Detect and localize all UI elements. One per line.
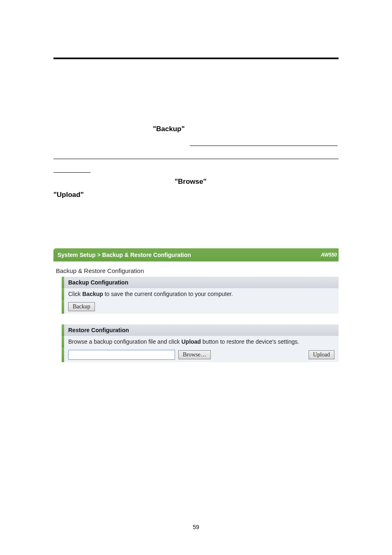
browse-button[interactable]: Browse…: [178, 350, 211, 359]
fieldset-legend: Backup & Restore Configuration: [56, 267, 339, 274]
backup-desc: Click Backup to save the current configu…: [64, 288, 339, 300]
bold-browse: "Browse": [175, 178, 207, 186]
backup-header: Backup Configuration: [64, 277, 339, 288]
bold-upload: "Upload": [53, 191, 84, 199]
file-path-input[interactable]: [68, 350, 175, 360]
backup-button[interactable]: Backup: [68, 302, 95, 311]
upload-button[interactable]: Upload: [309, 350, 334, 359]
restore-table: Restore Configuration Browse a backup co…: [62, 324, 339, 362]
underline-1: [190, 146, 338, 146]
bold-backup: "Backup": [153, 125, 185, 133]
breadcrumb-text: System Setup > Backup & Restore Configur…: [58, 252, 191, 258]
underline-2: [53, 159, 339, 159]
top-rule: [53, 58, 339, 59]
model-label: AW550: [321, 252, 337, 258]
restore-desc: Browse a backup configuration file and c…: [64, 336, 339, 347]
page-number: 59: [0, 524, 392, 530]
underline-3: [53, 172, 90, 173]
breadcrumb: System Setup > Backup & Restore Configur…: [53, 248, 339, 261]
config-panel: System Setup > Backup & Restore Configur…: [53, 248, 339, 362]
restore-header: Restore Configuration: [64, 324, 339, 336]
backup-table: Backup Configuration Click Backup to sav…: [62, 277, 339, 314]
